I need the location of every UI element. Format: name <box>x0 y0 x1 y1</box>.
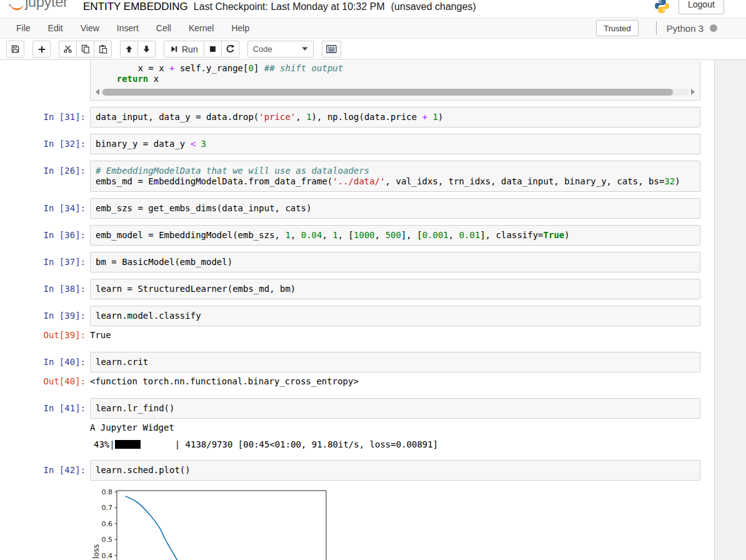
code-line: return x <box>96 74 695 84</box>
chevron-down-icon <box>302 47 308 51</box>
output-text: True <box>90 330 111 341</box>
scrollbar-thumb[interactable] <box>102 89 673 96</box>
progress-bar: 43%|| 4138/9730 [00:45<01:00, 91.80it/s,… <box>90 439 438 450</box>
output-area: Out[39]:True <box>0 326 715 346</box>
toolbar: Run Code <box>0 39 746 60</box>
code-cell: x = x + self.y_range[0] ## shift output … <box>0 61 715 101</box>
code-line: data_input, data_y = data.drop('price', … <box>96 112 695 122</box>
jupyter-logo-text: jupyter <box>25 0 68 11</box>
paste-cells-button[interactable] <box>94 41 112 58</box>
move-cell-up-button[interactable] <box>120 41 138 58</box>
restart-kernel-button[interactable] <box>221 41 239 58</box>
code-line: binary_y = data_y < 3 <box>96 139 695 149</box>
code-cell: In [41]:learn.lr_find() <box>0 398 715 419</box>
code-input-area[interactable]: binary_y = data_y < 3 <box>90 134 700 154</box>
celltype-select[interactable]: Code <box>247 41 314 58</box>
progress-output: 43%|| 4138/9730 [00:45<01:00, 91.80it/s,… <box>0 433 715 454</box>
code-line: x = x + self.y_range[0] ## shift output <box>96 63 695 74</box>
code-cell: In [32]:binary_y = data_y < 3 <box>0 134 715 154</box>
menu-cell[interactable]: Cell <box>147 23 180 33</box>
run-button[interactable]: Run <box>164 41 204 58</box>
notebook-title[interactable]: ENTITY EMBEDDING <box>83 1 188 12</box>
menu-insert[interactable]: Insert <box>108 23 147 33</box>
arrow-down-icon <box>142 45 151 53</box>
code-cell: In [38]:learn = StructuredLearner(embs_m… <box>0 279 715 299</box>
output-prompt: Out[40]: <box>40 376 86 387</box>
code-input-area[interactable]: x = x + self.y_range[0] ## shift output … <box>90 61 700 101</box>
clipboard-icon <box>98 44 107 54</box>
trusted-badge[interactable]: Trusted <box>596 20 639 36</box>
code-cell: In [36]:emb_model = EmbeddingModel(emb_s… <box>0 225 715 246</box>
progress-percent: 43%| <box>94 439 115 449</box>
code-input-area[interactable]: learn.sched.plot() <box>90 460 700 481</box>
code-line: learn = StructuredLearner(embs_md, bm) <box>96 284 695 294</box>
code-input-area[interactable]: emb_model = EmbeddingModel(emb_szs, 1, 0… <box>90 225 700 246</box>
svg-text:0.4: 0.4 <box>102 552 113 560</box>
run-button-label: Run <box>182 44 198 54</box>
code-line: bm = BasicModel(emb_model) <box>96 257 695 268</box>
checkpoint-status: Last Checkpoint: Last Monday at 10:32 PM <box>194 1 385 12</box>
code-input-area[interactable]: # EmbeddingModelData that we will use as… <box>90 161 700 192</box>
step-forward-icon <box>170 45 178 53</box>
horizontal-scrollbar[interactable] <box>96 88 695 96</box>
code-cell: In [37]:bm = BasicModel(emb_model) <box>0 252 715 272</box>
scrollbar-left-arrow-icon[interactable] <box>96 89 99 95</box>
jupyter-logo[interactable]: jupyter <box>7 0 82 18</box>
interrupt-kernel-button[interactable] <box>204 41 222 58</box>
progress-stats: | 4138/9730 [00:45<01:00, 91.80it/s, los… <box>175 439 438 449</box>
output-prompt: Out[39]: <box>40 330 86 341</box>
move-cell-down-button[interactable] <box>137 41 156 58</box>
menu-edit[interactable]: Edit <box>39 23 72 33</box>
widget-placeholder-text: A Jupyter Widget <box>90 422 174 433</box>
input-prompt: In [42]: <box>40 460 86 481</box>
code-input-area[interactable]: learn.crit <box>90 352 700 372</box>
code-line: # EmbeddingModelData that we will use as… <box>96 166 695 176</box>
code-input-area[interactable]: emb_szs = get_embs_dims(data_input, cats… <box>90 198 700 219</box>
menu-kernel[interactable]: Kernel <box>180 23 222 33</box>
kernel-indicator-icon <box>710 24 717 32</box>
python-logo-icon <box>654 0 670 14</box>
menu-help[interactable]: Help <box>222 23 258 33</box>
input-prompt: In [40]: <box>40 352 86 372</box>
jupyter-moon-icon <box>9 4 25 14</box>
code-input-area[interactable]: bm = BasicModel(emb_model) <box>90 252 700 272</box>
code-input-area[interactable]: data_input, data_y = data.drop('price', … <box>90 107 700 128</box>
input-prompt: In [26]: <box>40 161 86 192</box>
input-prompt: In [38]: <box>40 279 86 299</box>
code-input-area[interactable]: learn.lr_find() <box>90 398 700 419</box>
restart-icon <box>226 44 235 54</box>
cut-cells-button[interactable] <box>59 41 77 58</box>
code-line: learn.crit <box>96 357 695 368</box>
input-prompt: In [39]: <box>40 306 86 326</box>
menu-file[interactable]: File <box>7 23 39 33</box>
loss-plot-svg: 0.80.70.60.50.40.3loss <box>90 486 340 560</box>
save-button[interactable] <box>6 41 24 58</box>
save-icon <box>11 44 20 54</box>
celltype-value: Code <box>253 44 272 54</box>
loss-plot: 0.80.70.60.50.40.3loss <box>90 486 700 560</box>
arrow-up-icon <box>125 45 133 53</box>
code-cell: In [26]:# EmbeddingModelData that we wil… <box>0 161 715 192</box>
logout-button[interactable]: Logout <box>679 0 724 14</box>
svg-text:loss: loss <box>92 544 101 559</box>
scrollbar-right-arrow-icon[interactable] <box>691 89 695 95</box>
unsaved-changes-status: (unsaved changes) <box>391 1 476 12</box>
code-line: learn.sched.plot() <box>96 465 695 476</box>
input-prompt: In [34]: <box>40 198 86 219</box>
code-cell: In [42]:learn.sched.plot() <box>0 460 715 481</box>
command-palette-button[interactable] <box>322 41 341 58</box>
code-line: embs_md = EmbeddingModelData.from_data_f… <box>96 176 695 187</box>
code-line: learn.lr_find() <box>96 403 695 414</box>
input-prompt <box>40 61 86 101</box>
notebook: x = x + self.y_range[0] ## shift output … <box>0 60 715 560</box>
code-line: emb_szs = get_embs_dims(data_input, cats… <box>96 203 695 214</box>
scissors-icon <box>63 44 72 54</box>
code-input-area[interactable]: learn = StructuredLearner(embs_md, bm) <box>90 279 700 299</box>
copy-cells-button[interactable] <box>76 41 94 58</box>
code-input-area[interactable]: learn.model.classify <box>90 306 700 326</box>
insert-cell-below-button[interactable] <box>32 41 51 58</box>
separator <box>656 21 657 35</box>
svg-text:0.8: 0.8 <box>102 488 113 496</box>
svg-text:0.5: 0.5 <box>102 536 113 544</box>
menu-view[interactable]: View <box>72 23 108 33</box>
